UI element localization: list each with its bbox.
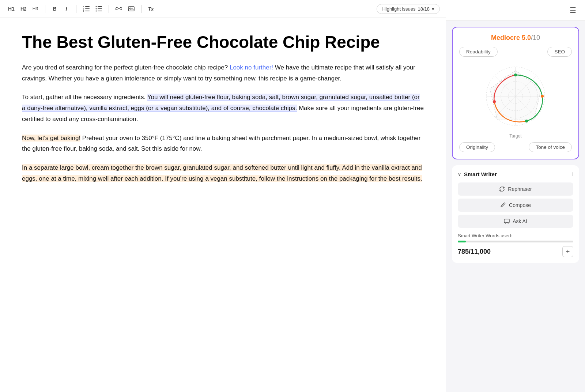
svg-point-10 xyxy=(95,8,97,10)
score-top-tabs: Readability SEO xyxy=(459,47,572,57)
svg-point-11 xyxy=(95,11,97,12)
highlight-label: Highlight issues xyxy=(382,6,415,12)
highlight-issues-button[interactable]: Highlight issues 18/18 ▾ xyxy=(377,4,440,14)
svg-point-25 xyxy=(525,120,528,122)
ask-ai-button[interactable]: Ask AI xyxy=(458,215,573,228)
paragraph-3: Now, let's get baking! Preheat your oven… xyxy=(22,133,424,155)
smart-writer-title: Smart Writer xyxy=(464,171,497,177)
ask-ai-icon xyxy=(504,218,510,224)
italic-button[interactable]: I xyxy=(61,4,72,14)
svg-rect-6 xyxy=(98,6,102,7)
svg-point-23 xyxy=(514,74,517,76)
clear-format-button[interactable]: Tx xyxy=(146,4,156,14)
list-group: 123 xyxy=(81,4,104,14)
seo-tab[interactable]: SEO xyxy=(547,47,572,57)
paragraph-1: Are you tired of searching for the perfe… xyxy=(22,62,424,84)
h3-button[interactable]: H3 xyxy=(30,4,41,14)
editor-panel: H1 H2 H3 B I 123 xyxy=(0,0,446,392)
smart-writer-title-group: ∨ Smart Writer xyxy=(458,171,497,177)
paragraph-4: In a separate large bowl, cream together… xyxy=(22,162,424,184)
svg-text:3: 3 xyxy=(83,10,84,12)
target-label: Target xyxy=(509,133,521,139)
progress-fill xyxy=(458,241,466,242)
words-count: 785/11,000 xyxy=(458,248,491,256)
radar-chart-container: Target xyxy=(459,60,572,139)
h2-button[interactable]: H2 xyxy=(18,4,29,14)
rephraser-icon xyxy=(499,186,505,192)
compose-button[interactable]: Compose xyxy=(458,199,573,212)
link-look-no-further[interactable]: Look no further! xyxy=(230,64,273,71)
svg-point-26 xyxy=(493,100,496,103)
svg-point-9 xyxy=(95,6,97,7)
highlight-count: 18/18 xyxy=(418,6,430,12)
svg-rect-2 xyxy=(85,11,90,11)
separator-3 xyxy=(109,5,109,13)
format-group: B I xyxy=(50,4,72,14)
article-title: The Best Gluten-Free Chocolate Chip Reci… xyxy=(22,33,424,52)
hamburger-icon: ☰ xyxy=(570,6,576,14)
ask-ai-label: Ask AI xyxy=(513,218,527,224)
radar-chart xyxy=(475,60,556,133)
bold-button[interactable]: B xyxy=(50,4,60,14)
h1-button[interactable]: H1 xyxy=(6,4,17,14)
sidebar-header: ☰ xyxy=(446,0,585,21)
score-value: 5.0 xyxy=(522,34,531,41)
tone-of-voice-tab[interactable]: Tone of voice xyxy=(529,142,572,152)
score-widget: Mediocre 5.0/10 Readability SEO xyxy=(452,27,579,159)
svg-rect-1 xyxy=(85,8,90,9)
svg-rect-0 xyxy=(85,6,90,7)
chevron-down-icon: ▾ xyxy=(432,6,434,12)
smart-writer-header: ∨ Smart Writer i xyxy=(458,171,573,177)
score-label: Mediocre xyxy=(491,34,522,41)
toolbar: H1 H2 H3 B I 123 xyxy=(0,0,446,18)
ingredients-highlight: You will need gluten-free flour, baking … xyxy=(22,94,420,112)
info-icon[interactable]: i xyxy=(572,172,573,177)
separator-1 xyxy=(45,5,45,13)
originality-tab[interactable]: Originality xyxy=(459,142,495,152)
heading-group: H1 H2 H3 xyxy=(6,4,41,14)
menu-button[interactable]: ☰ xyxy=(567,5,578,15)
link-button[interactable] xyxy=(113,4,124,14)
svg-rect-8 xyxy=(98,11,102,11)
svg-rect-27 xyxy=(504,219,509,223)
add-words-button[interactable]: + xyxy=(562,246,573,257)
collapse-icon[interactable]: ∨ xyxy=(458,172,461,177)
compose-icon xyxy=(500,202,506,208)
sidebar: ☰ Mediocre 5.0/10 Readability SEO xyxy=(446,0,585,392)
compose-label: Compose xyxy=(509,202,531,208)
bowl-instructions-highlight: In a separate large bowl, cream together… xyxy=(22,164,422,182)
image-button[interactable] xyxy=(126,4,137,14)
rephraser-button[interactable]: Rephraser xyxy=(458,182,573,196)
rephraser-label: Rephraser xyxy=(508,186,532,192)
progress-bar xyxy=(458,241,573,242)
smart-writer-panel: ∨ Smart Writer i Rephraser Compose Ask A… xyxy=(452,165,579,263)
svg-point-24 xyxy=(541,95,544,98)
svg-rect-7 xyxy=(98,8,102,9)
words-count-row: 785/11,000 + xyxy=(458,246,573,257)
unordered-list-button[interactable] xyxy=(93,4,104,14)
paragraph-2: To start, gather all the necessary ingre… xyxy=(22,92,424,124)
editor-content[interactable]: The Best Gluten-Free Chocolate Chip Reci… xyxy=(0,18,446,392)
score-denom: /10 xyxy=(531,34,540,41)
ordered-list-button[interactable]: 123 xyxy=(81,4,92,14)
separator-2 xyxy=(76,5,76,13)
separator-4 xyxy=(141,5,141,13)
words-used-label: Smart Writer Words used: xyxy=(458,233,573,238)
insert-group xyxy=(113,4,137,14)
score-bottom-tabs: Originality Tone of voice xyxy=(459,142,572,152)
baking-start-highlight: Now, let's get baking! xyxy=(22,135,80,142)
score-title: Mediocre 5.0/10 xyxy=(459,34,572,42)
svg-marker-22 xyxy=(490,71,541,120)
readability-tab[interactable]: Readability xyxy=(459,47,498,57)
